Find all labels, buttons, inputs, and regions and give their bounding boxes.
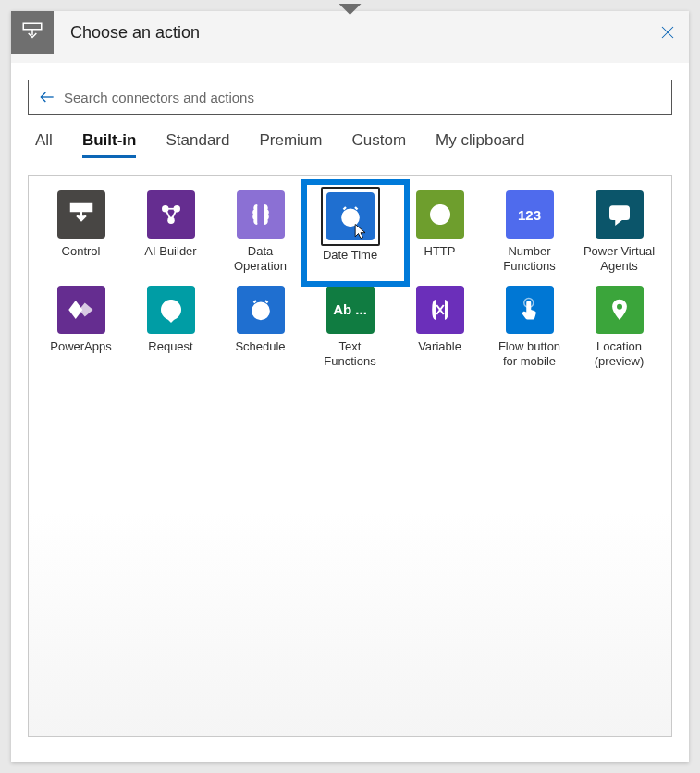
connector-label: Date Time [323,248,377,263]
header-icon [11,11,54,54]
pva-icon [596,190,644,239]
svg-point-36 [617,303,622,309]
connector-label: Location (preview) [582,339,657,370]
aibuilder-icon [147,190,195,239]
tab-all[interactable]: All [35,131,53,158]
connector-powerapps[interactable]: PowerApps [36,286,126,370]
num-icon: 123 [506,190,554,239]
search-box[interactable] [28,80,672,115]
tab-built-in[interactable]: Built-in [82,131,137,158]
connector-label: PowerApps [50,339,111,354]
connector-label: Number Functions [492,244,568,275]
connector-number-functions[interactable]: 123Number Functions [485,190,574,275]
touch-icon [506,286,554,334]
close-icon [659,24,676,41]
connector-flow-button-for-mobile[interactable]: Flow button for mobile [485,286,574,370]
connector-label: Power Virtual Agents [582,244,657,275]
svg-rect-0 [23,23,42,30]
connectors-container: ControlAI BuilderData OperationDate Time… [28,175,672,737]
svg-marker-23 [79,302,92,316]
search-input[interactable] [56,90,662,105]
dataop-icon [237,190,285,239]
connector-control[interactable]: Control [36,190,126,275]
connector-text-functions[interactable]: Ab ...Text Functions [305,286,395,370]
request-icon [147,286,195,334]
svg-rect-21 [610,206,629,219]
back-arrow-icon [38,88,56,106]
connector-label: Request [148,339,192,354]
connector-ai-builder[interactable]: AI Builder [126,190,215,275]
connector-label: Schedule [235,339,285,354]
var-icon [416,286,464,334]
pin-icon [596,286,644,334]
dialog-panel: Choose an action AllBuilt-inStandardPrem… [11,11,689,762]
connector-category-tabs: AllBuilt-inStandardPremiumCustomMy clipb… [28,131,672,158]
text-icon: Ab ... [326,286,375,334]
clock-icon [237,286,285,334]
tab-my-clipboard[interactable]: My clipboard [436,131,524,158]
connector-date-time[interactable]: Date Time [305,190,395,275]
tab-standard[interactable]: Standard [166,131,229,158]
globe-icon [416,190,464,239]
connector-request[interactable]: Request [126,286,215,370]
connector-schedule[interactable]: Schedule [215,286,305,370]
connector-variable[interactable]: Variable [395,286,485,370]
connector-label: Control [62,244,101,259]
powerapps-icon [57,286,105,334]
svg-line-17 [355,207,358,210]
connector-label: Variable [418,339,461,354]
svg-line-31 [253,301,256,303]
connector-label: AI Builder [144,244,196,259]
svg-line-16 [343,207,346,210]
control-icon [57,190,105,239]
svg-rect-5 [70,204,92,212]
close-button[interactable] [646,11,689,54]
connector-data-operation[interactable]: Data Operation [215,190,305,275]
tab-premium[interactable]: Premium [259,131,322,158]
connector-http[interactable]: HTTP [395,190,485,275]
control-icon [20,20,44,44]
svg-line-32 [265,301,268,303]
connector-power-virtual-agents[interactable]: Power Virtual Agents [574,190,664,275]
connector-label: HTTP [424,244,456,259]
clock-icon [326,192,375,240]
connector-label: Text Functions [313,339,388,370]
connectors-grid: ControlAI BuilderData OperationDate Time… [36,190,664,369]
dialog-header: Choose an action [11,11,689,54]
connector-label: Flow button for mobile [492,339,568,370]
connector-label: Data Operation [223,244,299,275]
dialog-body: AllBuilt-inStandardPremiumCustomMy clipb… [11,63,689,762]
tab-custom[interactable]: Custom [351,131,406,158]
dialog-title: Choose an action [54,23,646,43]
connector-location-preview-[interactable]: Location (preview) [574,286,664,370]
